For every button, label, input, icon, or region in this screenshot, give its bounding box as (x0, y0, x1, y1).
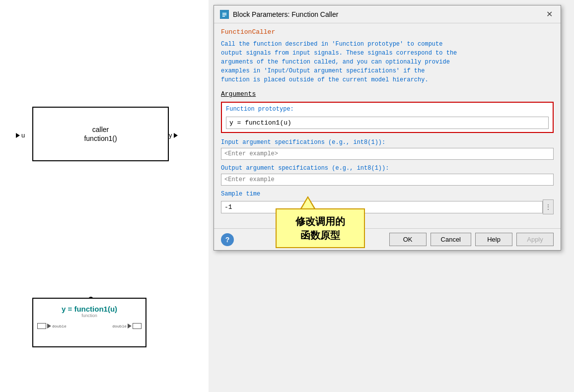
output-arg-label: Output argument specifications (e.g., in… (221, 165, 554, 172)
prototype-label: Function prototype: (226, 106, 549, 113)
dialog-footer: ? OK Cancel Help Apply (214, 228, 561, 250)
function-block[interactable]: y = function1(u) function double double (32, 298, 146, 347)
prototype-box: Function prototype: (221, 102, 554, 133)
sample-time-input[interactable] (221, 201, 543, 213)
port-u-label: u (21, 131, 25, 139)
port-left-box (37, 323, 46, 329)
port-right-box (133, 323, 142, 329)
function-block-ports: double double (33, 323, 145, 329)
function-block-label: y = function1(u) (33, 299, 145, 313)
port-right-arrow (128, 324, 132, 328)
svg-rect-1 (222, 13, 226, 14)
dialog-title: Block Parameters: Function Caller (233, 10, 338, 18)
svg-rect-2 (222, 14, 226, 15)
dialog-titlebar: Block Parameters: Function Caller ✕ (214, 5, 561, 23)
input-arg-label: Input argument specifications (e.g., int… (221, 139, 554, 146)
caller-block-func: function1() (84, 134, 117, 142)
output-arg-input[interactable] (221, 174, 554, 186)
port-y-arrow (174, 133, 178, 138)
description: Call the function described in 'Function… (221, 40, 554, 84)
port-u-arrow (16, 133, 20, 138)
sample-time-label: Sample time (221, 191, 554, 197)
dialog-icon (220, 10, 229, 19)
svg-rect-3 (222, 16, 225, 17)
port-left-label: double (52, 324, 67, 328)
port-y: y (169, 131, 178, 139)
sample-time-row: ⋮ (221, 199, 554, 214)
cancel-button[interactable]: Cancel (430, 233, 471, 246)
port-u: u (16, 131, 25, 139)
tooltip-text: 修改调用的函数原型 (295, 216, 345, 241)
port-right-group: double (112, 323, 142, 329)
function-block-sub: function (33, 313, 145, 318)
help-button[interactable]: Help (475, 233, 512, 246)
dialog-body: FunctionCaller Call the function describ… (214, 23, 561, 228)
apply-button[interactable]: Apply (516, 233, 554, 246)
port-left-symbol: double (37, 323, 67, 329)
caller-block[interactable]: caller function1() (32, 107, 169, 161)
footer-buttons: OK Cancel Help Apply (389, 233, 554, 246)
dialog-title-group: Block Parameters: Function Caller (220, 10, 338, 19)
input-arg-input[interactable] (221, 148, 554, 160)
sample-time-menu-btn[interactable]: ⋮ (543, 199, 554, 214)
tooltip: 修改调用的函数原型 (276, 208, 365, 248)
help-circle-button[interactable]: ? (221, 233, 234, 246)
port-left-arrow (47, 324, 51, 328)
block-name: FunctionCaller (221, 28, 554, 36)
caller-block-title: caller (92, 126, 109, 133)
footer-left: ? (221, 233, 234, 246)
close-button[interactable]: ✕ (544, 9, 555, 19)
ok-button[interactable]: OK (389, 233, 427, 246)
section-label: Arguments (221, 90, 554, 98)
port-y-label: y (169, 131, 172, 139)
prototype-input[interactable] (226, 117, 549, 129)
port-right-label: double (112, 324, 127, 328)
block-parameters-dialog: Block Parameters: Function Caller ✕ Func… (214, 5, 561, 251)
